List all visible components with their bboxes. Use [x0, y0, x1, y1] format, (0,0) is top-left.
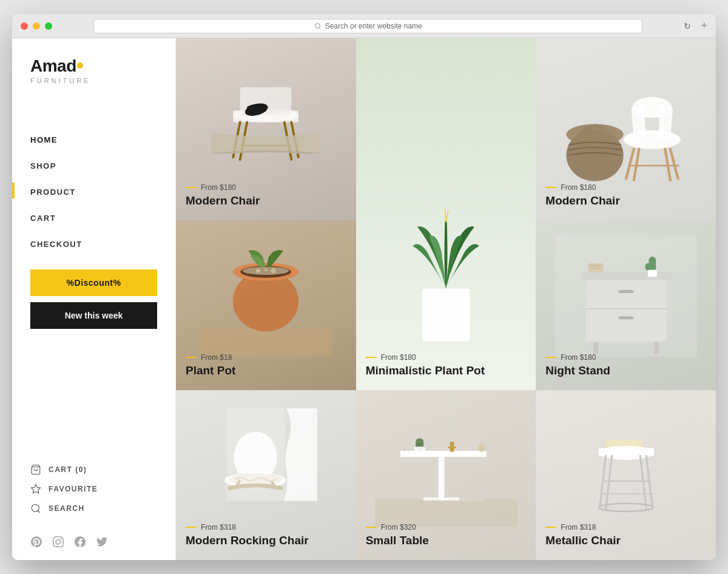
svg-rect-61	[400, 451, 487, 457]
from-bar-6	[186, 527, 197, 528]
from-bar-5	[545, 357, 556, 358]
product-name-rocking: Modern Rocking Chair	[186, 534, 346, 548]
logo-dot	[77, 62, 83, 69]
maximize-button[interactable]	[45, 22, 52, 30]
nav-shop[interactable]: SHOP	[30, 153, 157, 179]
minimize-button[interactable]	[33, 22, 40, 30]
twitter-icon[interactable]	[96, 536, 108, 548]
chair-illustration	[205, 69, 326, 190]
nav-home[interactable]: HOME	[30, 127, 157, 153]
svg-rect-68	[448, 447, 456, 448]
svg-point-34	[256, 269, 260, 273]
logo-name: Amad	[30, 56, 76, 75]
svg-rect-42	[618, 316, 633, 319]
svg-point-21	[632, 97, 672, 118]
plant-illustration	[379, 147, 513, 354]
throw-illustration	[211, 132, 320, 154]
from-bar-8	[545, 527, 556, 528]
product-small-table[interactable]: From $320 Small Table	[356, 390, 536, 560]
product-info-rocking: From $318 Modern Rocking Chair	[176, 516, 356, 560]
plantpot-illustration	[199, 235, 332, 357]
from-bar-4	[186, 357, 197, 358]
product-from-table: From $320	[366, 523, 527, 532]
from-bar-3	[545, 187, 556, 188]
search-icon	[314, 22, 322, 30]
product-grid: From $180 Modern Chair	[176, 38, 716, 560]
nav-checkout[interactable]: CHECKOUT	[30, 231, 157, 257]
product-modern-chair-2[interactable]: From $180 Modern Chair	[536, 38, 716, 220]
svg-rect-66	[414, 447, 425, 451]
cart-label: CART (0)	[49, 465, 87, 474]
logo: Amad	[30, 56, 157, 76]
social-icons	[12, 526, 175, 560]
product-info-chair2: From $180 Modern Chair	[536, 176, 716, 220]
nav-product[interactable]: PRODUCT	[30, 179, 157, 205]
rockingchair-illustration	[193, 408, 339, 527]
browser-window: Search or enter website name ↻ + Amad FU…	[12, 14, 716, 560]
search-sidebar-icon	[30, 503, 41, 514]
svg-marker-3	[32, 485, 41, 493]
star-icon	[30, 484, 41, 495]
product-modern-chair[interactable]: From $180 Modern Chair	[176, 38, 356, 220]
logo-area: Amad FURNITURE	[12, 38, 175, 96]
product-metallic-chair[interactable]: From $318 Metallic Chair	[536, 390, 716, 560]
svg-rect-48	[647, 270, 656, 277]
svg-rect-39	[581, 272, 672, 280]
svg-line-78	[640, 456, 646, 509]
address-text: Search or enter website name	[325, 22, 422, 30]
product-from-chair2: From $180	[545, 183, 706, 192]
svg-rect-15	[422, 289, 470, 341]
product-from-plant-pot: From $18	[186, 353, 346, 362]
close-button[interactable]	[21, 22, 28, 30]
svg-line-22	[626, 149, 634, 179]
product-info-night-stand: From $180 Night Stand	[536, 346, 716, 390]
product-from-modern-chair: From $180	[186, 183, 346, 192]
sidebar: Amad FURNITURE HOME SHOP PRODUCT CART CH…	[12, 38, 176, 560]
nav-spacer	[12, 96, 175, 127]
from-bar-7	[366, 527, 377, 528]
from-bar	[186, 187, 197, 188]
search-icon-item[interactable]: SEARCH	[30, 503, 157, 514]
svg-rect-74	[598, 448, 654, 456]
product-plant-pot[interactable]: From $18 Plant Pot	[176, 220, 356, 390]
product-minimalistic-plant[interactable]: From $180 Minimalistic Plant Pot	[356, 38, 536, 390]
svg-point-69	[477, 444, 485, 451]
product-name-plant-pot: Plant Pot	[186, 364, 346, 378]
favourite-icon-item[interactable]: FAVOURITE	[30, 484, 157, 495]
svg-rect-50	[590, 265, 602, 266]
metallic-illustration	[553, 405, 699, 527]
product-name-modern-chair: Modern Chair	[186, 194, 346, 208]
instagram-icon[interactable]	[52, 536, 64, 548]
product-info-modern-chair: From $180 Modern Chair	[176, 176, 356, 220]
svg-line-77	[605, 456, 612, 509]
logo-subtitle: FURNITURE	[30, 77, 157, 84]
svg-rect-72	[605, 440, 642, 447]
new-tab-button[interactable]: +	[701, 19, 707, 32]
smalltable-illustration	[373, 405, 519, 527]
app-layout: Amad FURNITURE HOME SHOP PRODUCT CART CH…	[12, 38, 716, 560]
address-bar[interactable]: Search or enter website name	[93, 19, 642, 33]
product-night-stand[interactable]: From $180 Night Stand	[536, 220, 716, 390]
pinterest-icon[interactable]	[30, 536, 42, 548]
product-from-plant: From $180	[366, 353, 527, 362]
sidebar-buttons: %Discount% New this week	[12, 257, 175, 341]
nav-menu: HOME SHOP PRODUCT CART CHECKOUT	[12, 127, 175, 257]
svg-line-23	[670, 149, 678, 179]
discount-button[interactable]: %Discount%	[30, 269, 157, 296]
nav-cart[interactable]: CART	[30, 205, 157, 231]
product-name-table: Small Table	[366, 534, 527, 548]
sidebar-accent	[12, 183, 15, 198]
chair2-illustration	[553, 72, 699, 187]
cart-icon-item[interactable]: CART (0)	[30, 464, 157, 475]
product-info-metallic: From $318 Metallic Chair	[536, 516, 716, 560]
refresh-button[interactable]: ↻	[684, 21, 691, 31]
sidebar-bottom: CART (0) FAVOURITE SEARCH	[12, 452, 175, 526]
svg-point-4	[32, 504, 39, 512]
svg-rect-53	[225, 408, 227, 501]
product-rocking-chair[interactable]: From $318 Modern Rocking Chair	[176, 390, 356, 560]
new-week-button[interactable]: New this week	[30, 302, 157, 329]
svg-point-0	[315, 23, 320, 28]
facebook-icon[interactable]	[74, 536, 86, 548]
svg-rect-65	[417, 444, 422, 445]
svg-line-5	[38, 510, 39, 512]
